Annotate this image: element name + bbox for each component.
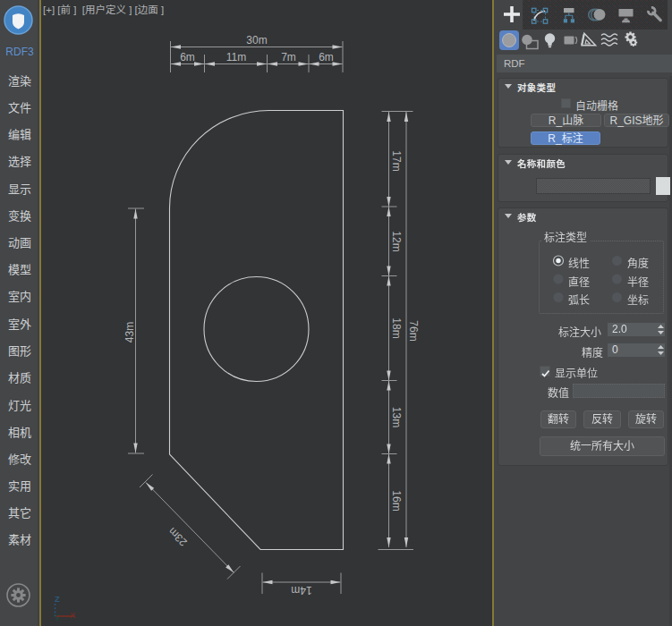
svg-text:6m: 6m <box>180 51 195 63</box>
svg-text:X: X <box>70 610 76 620</box>
svg-text:14m: 14m <box>291 584 311 596</box>
svg-text:12m: 12m <box>390 231 403 251</box>
svg-text:6m: 6m <box>319 51 334 63</box>
svg-text:Z: Z <box>55 594 60 604</box>
svg-text:13m: 13m <box>390 407 403 427</box>
svg-text:16m: 16m <box>390 490 403 511</box>
svg-text:11m: 11m <box>226 51 246 63</box>
svg-text:18m: 18m <box>390 317 403 338</box>
svg-text:30m: 30m <box>246 34 267 47</box>
svg-text:23m: 23m <box>166 525 189 548</box>
svg-text:17m: 17m <box>390 150 403 171</box>
svg-text:7m: 7m <box>281 51 296 63</box>
svg-text:76m: 76m <box>407 320 420 341</box>
svg-text:43m: 43m <box>123 322 136 343</box>
